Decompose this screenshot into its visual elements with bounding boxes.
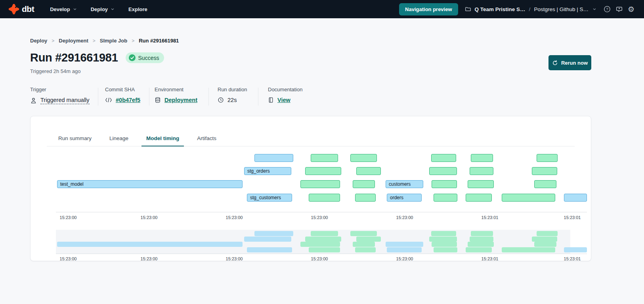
meta-divider	[208, 88, 209, 106]
axis-tick: 15:23:00	[396, 215, 413, 220]
gantt-bar[interactable]	[254, 154, 293, 162]
chevron-down-icon	[110, 7, 115, 12]
chevron-down-icon	[592, 7, 597, 12]
gantt-bar-test_model[interactable]: test_model	[57, 180, 243, 188]
nav-icon-group: ? ⚙	[604, 6, 634, 13]
time-axis-line	[56, 212, 587, 212]
nav-menu: DevelopDeployExplore	[50, 6, 147, 12]
minimap-bar	[247, 247, 292, 252]
meta-text: Triggered manually	[40, 97, 90, 104]
gantt-bar[interactable]	[429, 167, 457, 175]
code-icon	[105, 97, 112, 103]
minimap-bar	[532, 237, 557, 242]
nav-item-explore[interactable]: Explore	[128, 6, 147, 12]
gantt-bar[interactable]	[471, 154, 493, 162]
model-timing-chart: stg_orderstest_modelcustomersstg_custome…	[56, 116, 587, 262]
gantt-bar[interactable]	[311, 154, 338, 162]
gantt-bar[interactable]	[305, 167, 341, 175]
dbt-logo[interactable]: dbt	[9, 4, 34, 14]
settings-icon[interactable]: ⚙	[628, 6, 634, 13]
top-navbar: dbt DevelopDeployExplore Navigation prev…	[0, 0, 644, 18]
nav-item-deploy[interactable]: Deploy	[91, 6, 115, 12]
meta-col-trigger: TriggerTriggered manually	[30, 87, 90, 104]
minimap-bar	[387, 247, 422, 252]
meta-text: 22s	[227, 97, 237, 103]
gantt-bar[interactable]	[466, 194, 492, 202]
gantt-bar-orders[interactable]: orders	[387, 194, 422, 202]
dbt-logo-text: dbt	[22, 4, 34, 14]
minimap-bar	[311, 231, 338, 236]
axis-tick: 15:23:00	[141, 215, 158, 220]
minimap-bar	[468, 242, 494, 247]
nav-item-develop[interactable]: Develop	[50, 6, 77, 12]
gantt-bar[interactable]	[468, 180, 494, 188]
minimap-bar	[564, 247, 587, 252]
gantt-bar[interactable]	[350, 154, 377, 162]
nav-item-label: Explore	[128, 6, 147, 12]
nav-right-cluster: Navigation preview Q Team Pristine S… / …	[399, 3, 634, 15]
gantt-bar[interactable]	[300, 180, 340, 188]
breadcrumb-separator: >	[93, 38, 96, 44]
gantt-bar[interactable]	[432, 180, 457, 188]
minimap-bar	[502, 247, 555, 252]
environment-name: Postgres | Github | S…	[534, 6, 589, 12]
page-title: Run #291661981	[30, 51, 118, 64]
breadcrumb-item-deployment[interactable]: Deployment	[59, 38, 88, 44]
gantt-bar-customers[interactable]: customers	[386, 180, 423, 188]
breadcrumb-separator: >	[52, 38, 54, 44]
meta-link[interactable]: #0b47ef5	[116, 97, 140, 103]
gantt-bar[interactable]	[355, 194, 376, 202]
help-icon[interactable]: ?	[604, 6, 611, 13]
meta-value: Deployment	[155, 97, 197, 103]
axis-tick: 15:23:00	[60, 215, 77, 220]
timeline-minimap-brush[interactable]	[56, 230, 570, 254]
gantt-bar[interactable]	[356, 167, 381, 175]
breadcrumb-item-simple-job[interactable]: SImple Job	[100, 38, 127, 44]
gantt-bar[interactable]	[534, 180, 556, 188]
meta-value: View	[268, 97, 302, 103]
gantt-bar[interactable]	[309, 194, 340, 202]
minimap-bar	[355, 247, 376, 252]
meta-value: #0b47ef5	[105, 97, 140, 103]
meta-divider	[98, 88, 98, 106]
meta-divider	[149, 88, 149, 106]
navigation-preview-button[interactable]: Navigation preview	[399, 3, 458, 15]
minimap-bar	[305, 237, 341, 242]
axis-tick: 15:23:00	[141, 256, 158, 261]
breadcrumb-item-deploy[interactable]: Deploy	[30, 38, 47, 44]
gantt-bar[interactable]	[537, 154, 558, 162]
axis-tick: 15:23:00	[60, 256, 77, 261]
meta-value: 22s	[218, 97, 247, 103]
meta-col-documentation: DocumentationView	[268, 87, 302, 103]
axis-tick: 15:23:01	[564, 256, 581, 261]
user-icon	[30, 97, 37, 104]
success-check-icon	[129, 54, 136, 61]
gantt-bar[interactable]	[502, 194, 555, 202]
gantt-bar[interactable]	[431, 154, 456, 162]
rerun-now-button[interactable]: Rerun now	[548, 55, 591, 70]
breadcrumb-item-run-291661981: Run #291661981	[139, 38, 179, 44]
feedback-icon[interactable]	[616, 6, 623, 13]
minimap-bar	[431, 231, 456, 236]
nav-item-label: Deploy	[91, 6, 108, 12]
gantt-bar-stg_customers[interactable]: stg_customers	[247, 194, 292, 202]
minimap-axis-line	[56, 254, 587, 254]
gantt-bar-stg_orders[interactable]: stg_orders	[244, 167, 291, 175]
gantt-bar[interactable]	[353, 180, 375, 188]
meta-col-run-duration: Run duration22s	[218, 87, 247, 103]
account-context-switcher[interactable]: Q Team Pristine S… / Postgres | Github |…	[465, 6, 597, 12]
gantt-bar[interactable]	[470, 167, 493, 175]
minimap-bar	[534, 242, 556, 247]
gantt-bar[interactable]	[532, 167, 557, 175]
minimap-bar	[254, 231, 293, 236]
rerun-icon	[552, 60, 558, 66]
meta-link[interactable]: Deployment	[164, 97, 197, 103]
meta-label: Run duration	[218, 87, 247, 92]
gantt-bar[interactable]	[434, 194, 457, 202]
minimap-bar	[466, 247, 492, 252]
meta-link[interactable]: View	[277, 97, 290, 103]
database-icon	[155, 97, 161, 103]
gantt-bar[interactable]	[564, 194, 587, 202]
meta-col-environment: EnvironmentDeployment	[155, 87, 197, 103]
clock-icon	[218, 97, 224, 103]
